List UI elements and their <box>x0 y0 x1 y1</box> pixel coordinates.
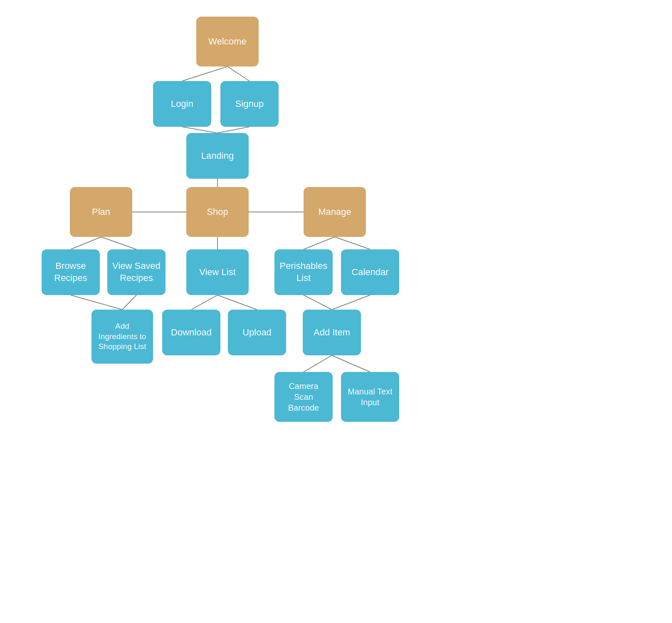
svg-line-12 <box>71 295 122 310</box>
svg-line-16 <box>304 295 332 310</box>
perishables-list-node: Perishables List <box>274 249 333 295</box>
manage-node: Manage <box>304 187 366 237</box>
svg-line-3 <box>217 127 250 133</box>
svg-line-2 <box>182 127 217 133</box>
view-saved-recipes-node: View Saved Recipes <box>107 249 166 295</box>
welcome-node: Welcome <box>196 17 259 66</box>
shop-node: Shop <box>186 187 249 237</box>
svg-line-10 <box>304 237 335 249</box>
download-node: Download <box>162 310 220 355</box>
svg-line-17 <box>332 295 370 310</box>
plan-node: Plan <box>70 187 132 237</box>
svg-line-0 <box>182 66 227 81</box>
svg-line-13 <box>122 295 136 310</box>
svg-line-19 <box>332 355 370 372</box>
diagram: Welcome Login Signup Landing Plan Shop M… <box>0 0 672 623</box>
manual-text-node: Manual Text Input <box>341 372 399 422</box>
landing-node: Landing <box>186 133 249 179</box>
svg-line-11 <box>335 237 370 249</box>
camera-scan-node: Camera Scan Barcode <box>274 372 333 422</box>
signup-node: Signup <box>220 81 279 127</box>
svg-line-14 <box>191 295 217 310</box>
svg-line-8 <box>101 237 136 249</box>
svg-line-15 <box>217 295 257 310</box>
svg-line-18 <box>304 355 332 372</box>
login-node: Login <box>153 81 211 127</box>
view-list-node: View List <box>186 249 249 295</box>
svg-line-1 <box>227 66 250 81</box>
svg-line-7 <box>71 237 101 249</box>
add-item-node: Add Item <box>303 310 361 355</box>
calendar-node: Calendar <box>341 249 399 295</box>
browse-recipes-node: Browse Recipes <box>42 249 100 295</box>
upload-node: Upload <box>228 310 286 355</box>
add-ingredients-node: Add Ingredients to Shopping List <box>91 310 153 364</box>
